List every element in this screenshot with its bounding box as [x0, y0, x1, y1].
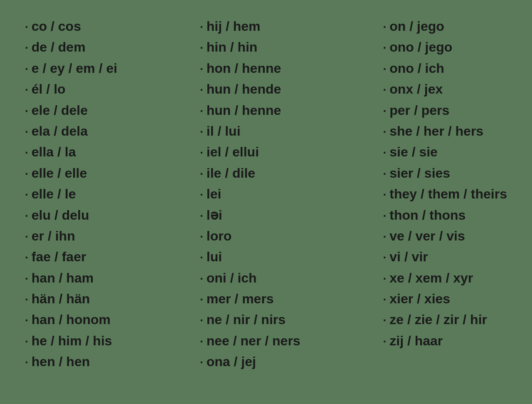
list-item: ·hen / hen: [25, 352, 117, 371]
bullet-icon: ·: [200, 228, 203, 245]
bullet-icon: ·: [200, 82, 203, 99]
list-item: ·ella / la: [25, 142, 117, 161]
bullet-icon: ·: [383, 208, 386, 225]
list-item: ·elle / elle: [25, 164, 117, 183]
list-item: ·hun / hende: [200, 79, 300, 99]
item-label: vi / vir: [389, 247, 428, 266]
bullet-icon: ·: [200, 291, 203, 308]
main-content: ·co / cos·de / dem·e / ey / em / ei·él /…: [25, 17, 507, 372]
bullet-icon: ·: [25, 249, 28, 266]
bullet-icon: ·: [383, 124, 386, 141]
item-label: ono / jego: [389, 37, 452, 57]
item-label: ono / ich: [389, 59, 444, 78]
list-item: ·they / them / theirs: [383, 184, 507, 203]
item-label: hin / hin: [207, 37, 258, 57]
item-label: ze / zie / zir / hir: [389, 310, 487, 329]
list-item: ·elu / delu: [25, 206, 117, 225]
item-label: hun / hende: [207, 79, 281, 99]
bullet-icon: ·: [200, 312, 203, 329]
item-label: elle / le: [32, 184, 76, 203]
item-label: ne / nir / nirs: [207, 310, 286, 329]
bullet-icon: ·: [25, 144, 28, 161]
bullet-icon: ·: [200, 19, 203, 36]
bullet-icon: ·: [383, 333, 386, 350]
list-item: ·xier / xies: [383, 289, 507, 308]
bullet-icon: ·: [25, 186, 28, 203]
bullet-icon: ·: [25, 124, 28, 141]
item-label: sier / sies: [389, 164, 450, 183]
list-item: ·de / dem: [25, 37, 117, 57]
list-item: ·er / ihn: [25, 226, 117, 245]
bullet-icon: ·: [25, 312, 28, 329]
item-label: ile / dile: [207, 164, 255, 183]
list-item: ·lei: [200, 184, 300, 203]
bullet-icon: ·: [383, 40, 386, 57]
item-label: co / cos: [32, 17, 81, 36]
list-item: ·ləi: [200, 206, 300, 225]
bullet-icon: ·: [25, 166, 28, 183]
bullet-icon: ·: [200, 270, 203, 288]
bullet-icon: ·: [200, 354, 203, 371]
list-item: ·hun / henne: [200, 101, 300, 120]
bullet-icon: ·: [383, 186, 386, 203]
item-label: she / her / hers: [389, 121, 483, 141]
bullet-icon: ·: [200, 124, 203, 141]
list-item: ·sie / sie: [383, 142, 507, 161]
item-label: hon / henne: [207, 59, 281, 78]
list-item: ·sier / sies: [383, 164, 507, 183]
list-item: ·ile / dile: [200, 164, 300, 183]
list-item: ·ne / nir / nirs: [200, 310, 300, 329]
item-label: de / dem: [32, 37, 86, 57]
list-item: ·ve / ver / vis: [383, 226, 507, 245]
item-label: hän / hän: [32, 289, 90, 308]
item-label: hun / henne: [207, 101, 281, 120]
bullet-icon: ·: [383, 103, 386, 120]
list-item: ·ono / jego: [383, 37, 507, 57]
item-label: lei: [207, 184, 222, 203]
item-label: xe / xem / xyr: [389, 268, 473, 288]
bullet-icon: ·: [200, 61, 203, 78]
list-item: ·on / jego: [383, 17, 507, 36]
list-item: ·han / honom: [25, 310, 117, 329]
bullet-icon: ·: [383, 249, 386, 266]
list-item: ·fae / faer: [25, 247, 117, 266]
bullet-icon: ·: [383, 61, 386, 78]
list-item: ·lui: [200, 247, 300, 266]
item-label: ella / la: [32, 142, 76, 161]
list-item: ·per / pers: [383, 101, 507, 120]
item-label: ona / jej: [207, 352, 256, 371]
bullet-icon: ·: [25, 354, 28, 371]
list-item: ·vi / vir: [383, 247, 507, 266]
item-label: nee / ner / ners: [207, 331, 300, 350]
bullet-icon: ·: [25, 82, 28, 99]
column-3: ·on / jego·ono / jego·ono / ich·onx / je…: [383, 17, 507, 372]
list-item: ·loro: [200, 226, 300, 245]
item-label: ela / dela: [32, 121, 88, 141]
bullet-icon: ·: [383, 82, 386, 99]
item-label: él / lo: [32, 79, 66, 99]
list-item: ·han / ham: [25, 268, 117, 288]
column-2: ·hij / hem·hin / hin·hon / henne·hun / h…: [200, 17, 300, 372]
item-label: il / lui: [207, 121, 241, 141]
bullet-icon: ·: [200, 186, 203, 203]
item-label: he / him / his: [32, 331, 112, 350]
item-label: thon / thons: [389, 206, 466, 225]
item-label: hen / hen: [32, 352, 90, 371]
bullet-icon: ·: [25, 333, 28, 350]
list-item: ·hon / henne: [200, 59, 300, 78]
bullet-icon: ·: [25, 208, 28, 225]
item-label: per / pers: [389, 101, 449, 120]
bullet-icon: ·: [383, 144, 386, 161]
list-item: ·ona / jej: [200, 352, 300, 371]
list-item: ·co / cos: [25, 17, 117, 36]
item-label: ve / ver / vis: [389, 226, 465, 245]
item-label: iel / ellui: [207, 142, 259, 161]
list-item: ·he / him / his: [25, 331, 117, 350]
list-item: ·ze / zie / zir / hir: [383, 310, 507, 329]
list-item: ·she / her / hers: [383, 121, 507, 141]
bullet-icon: ·: [383, 312, 386, 329]
list-item: ·onx / jex: [383, 79, 507, 99]
item-label: elu / delu: [32, 206, 89, 225]
bullet-icon: ·: [25, 40, 28, 57]
bullet-icon: ·: [200, 40, 203, 57]
